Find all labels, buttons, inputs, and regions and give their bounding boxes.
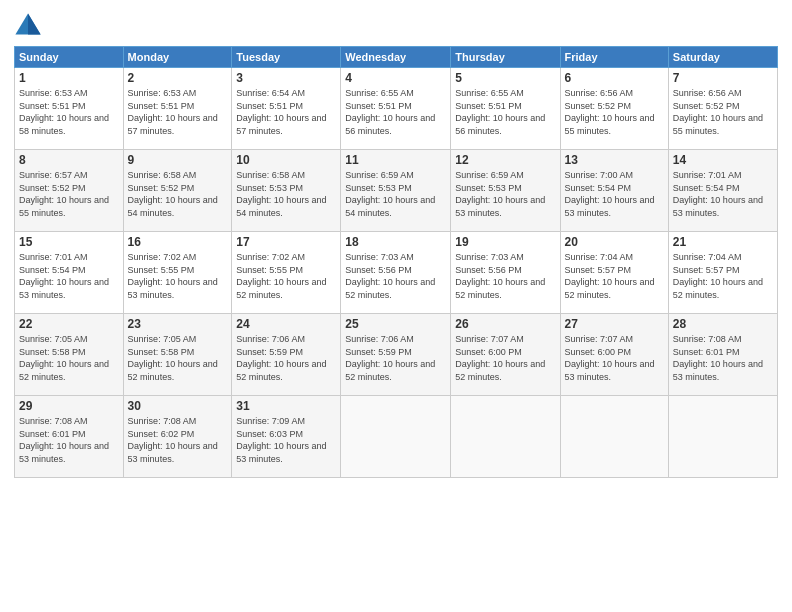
day-cell: 2 Sunrise: 6:53 AM Sunset: 5:51 PM Dayli…	[123, 68, 232, 150]
day-info: Sunrise: 7:09 AM Sunset: 6:03 PM Dayligh…	[236, 415, 336, 465]
day-number: 22	[19, 317, 119, 331]
daylight-label: Daylight: 10 hours and 54 minutes.	[345, 195, 435, 218]
day-number: 30	[128, 399, 228, 413]
day-info: Sunrise: 6:56 AM Sunset: 5:52 PM Dayligh…	[673, 87, 773, 137]
daylight-label: Daylight: 10 hours and 52 minutes.	[345, 277, 435, 300]
daylight-label: Daylight: 10 hours and 53 minutes.	[19, 277, 109, 300]
day-number: 9	[128, 153, 228, 167]
day-number: 10	[236, 153, 336, 167]
day-cell: 5 Sunrise: 6:55 AM Sunset: 5:51 PM Dayli…	[451, 68, 560, 150]
daylight-label: Daylight: 10 hours and 53 minutes.	[673, 359, 763, 382]
day-cell: 17 Sunrise: 7:02 AM Sunset: 5:55 PM Dayl…	[232, 232, 341, 314]
sunset-label: Sunset: 5:59 PM	[236, 347, 303, 357]
day-number: 26	[455, 317, 555, 331]
day-cell	[560, 396, 668, 478]
sunrise-label: Sunrise: 7:01 AM	[19, 252, 88, 262]
day-number: 13	[565, 153, 664, 167]
day-number: 21	[673, 235, 773, 249]
daylight-label: Daylight: 10 hours and 53 minutes.	[565, 195, 655, 218]
sunrise-label: Sunrise: 7:05 AM	[128, 334, 197, 344]
day-info: Sunrise: 6:53 AM Sunset: 5:51 PM Dayligh…	[19, 87, 119, 137]
day-info: Sunrise: 7:01 AM Sunset: 5:54 PM Dayligh…	[673, 169, 773, 219]
day-number: 28	[673, 317, 773, 331]
day-cell: 27 Sunrise: 7:07 AM Sunset: 6:00 PM Dayl…	[560, 314, 668, 396]
sunrise-label: Sunrise: 7:04 AM	[565, 252, 634, 262]
day-info: Sunrise: 6:54 AM Sunset: 5:51 PM Dayligh…	[236, 87, 336, 137]
day-info: Sunrise: 7:02 AM Sunset: 5:55 PM Dayligh…	[236, 251, 336, 301]
day-info: Sunrise: 7:05 AM Sunset: 5:58 PM Dayligh…	[128, 333, 228, 383]
sunset-label: Sunset: 5:56 PM	[345, 265, 412, 275]
day-cell: 21 Sunrise: 7:04 AM Sunset: 5:57 PM Dayl…	[668, 232, 777, 314]
day-number: 5	[455, 71, 555, 85]
day-cell: 30 Sunrise: 7:08 AM Sunset: 6:02 PM Dayl…	[123, 396, 232, 478]
sunset-label: Sunset: 6:00 PM	[565, 347, 632, 357]
day-cell: 1 Sunrise: 6:53 AM Sunset: 5:51 PM Dayli…	[15, 68, 124, 150]
sunrise-label: Sunrise: 7:04 AM	[673, 252, 742, 262]
sunrise-label: Sunrise: 7:09 AM	[236, 416, 305, 426]
day-number: 1	[19, 71, 119, 85]
day-info: Sunrise: 6:57 AM Sunset: 5:52 PM Dayligh…	[19, 169, 119, 219]
sunrise-label: Sunrise: 6:57 AM	[19, 170, 88, 180]
sunrise-label: Sunrise: 7:07 AM	[455, 334, 524, 344]
sunset-label: Sunset: 5:55 PM	[236, 265, 303, 275]
sunrise-label: Sunrise: 6:59 AM	[345, 170, 414, 180]
daylight-label: Daylight: 10 hours and 55 minutes.	[19, 195, 109, 218]
day-info: Sunrise: 7:00 AM Sunset: 5:54 PM Dayligh…	[565, 169, 664, 219]
sunset-label: Sunset: 5:51 PM	[128, 101, 195, 111]
day-cell: 13 Sunrise: 7:00 AM Sunset: 5:54 PM Dayl…	[560, 150, 668, 232]
day-cell	[668, 396, 777, 478]
day-cell: 6 Sunrise: 6:56 AM Sunset: 5:52 PM Dayli…	[560, 68, 668, 150]
sunset-label: Sunset: 5:51 PM	[345, 101, 412, 111]
day-info: Sunrise: 6:55 AM Sunset: 5:51 PM Dayligh…	[345, 87, 446, 137]
day-cell: 23 Sunrise: 7:05 AM Sunset: 5:58 PM Dayl…	[123, 314, 232, 396]
sunset-label: Sunset: 6:00 PM	[455, 347, 522, 357]
sunset-label: Sunset: 5:51 PM	[455, 101, 522, 111]
day-info: Sunrise: 7:02 AM Sunset: 5:55 PM Dayligh…	[128, 251, 228, 301]
day-header-monday: Monday	[123, 47, 232, 68]
day-cell: 8 Sunrise: 6:57 AM Sunset: 5:52 PM Dayli…	[15, 150, 124, 232]
day-number: 27	[565, 317, 664, 331]
day-cell: 20 Sunrise: 7:04 AM Sunset: 5:57 PM Dayl…	[560, 232, 668, 314]
sunset-label: Sunset: 5:52 PM	[673, 101, 740, 111]
sunset-label: Sunset: 5:52 PM	[565, 101, 632, 111]
sunset-label: Sunset: 5:54 PM	[565, 183, 632, 193]
day-cell	[451, 396, 560, 478]
daylight-label: Daylight: 10 hours and 54 minutes.	[236, 195, 326, 218]
day-info: Sunrise: 7:06 AM Sunset: 5:59 PM Dayligh…	[345, 333, 446, 383]
day-number: 18	[345, 235, 446, 249]
sunrise-label: Sunrise: 7:05 AM	[19, 334, 88, 344]
day-header-saturday: Saturday	[668, 47, 777, 68]
day-cell	[341, 396, 451, 478]
day-info: Sunrise: 7:03 AM Sunset: 5:56 PM Dayligh…	[455, 251, 555, 301]
day-number: 11	[345, 153, 446, 167]
day-cell: 9 Sunrise: 6:58 AM Sunset: 5:52 PM Dayli…	[123, 150, 232, 232]
sunset-label: Sunset: 5:57 PM	[565, 265, 632, 275]
logo	[14, 10, 46, 38]
day-cell: 16 Sunrise: 7:02 AM Sunset: 5:55 PM Dayl…	[123, 232, 232, 314]
day-cell: 15 Sunrise: 7:01 AM Sunset: 5:54 PM Dayl…	[15, 232, 124, 314]
sunrise-label: Sunrise: 6:53 AM	[19, 88, 88, 98]
daylight-label: Daylight: 10 hours and 54 minutes.	[128, 195, 218, 218]
daylight-label: Daylight: 10 hours and 53 minutes.	[128, 277, 218, 300]
day-cell: 26 Sunrise: 7:07 AM Sunset: 6:00 PM Dayl…	[451, 314, 560, 396]
sunrise-label: Sunrise: 7:03 AM	[455, 252, 524, 262]
sunset-label: Sunset: 6:02 PM	[128, 429, 195, 439]
sunrise-label: Sunrise: 7:06 AM	[345, 334, 414, 344]
sunrise-label: Sunrise: 6:54 AM	[236, 88, 305, 98]
sunrise-label: Sunrise: 7:01 AM	[673, 170, 742, 180]
day-info: Sunrise: 7:04 AM Sunset: 5:57 PM Dayligh…	[565, 251, 664, 301]
day-info: Sunrise: 6:59 AM Sunset: 5:53 PM Dayligh…	[345, 169, 446, 219]
sunrise-label: Sunrise: 7:08 AM	[128, 416, 197, 426]
sunrise-label: Sunrise: 6:55 AM	[345, 88, 414, 98]
day-number: 16	[128, 235, 228, 249]
calendar-table: SundayMondayTuesdayWednesdayThursdayFrid…	[14, 46, 778, 478]
daylight-label: Daylight: 10 hours and 52 minutes.	[19, 359, 109, 382]
daylight-label: Daylight: 10 hours and 53 minutes.	[673, 195, 763, 218]
day-number: 15	[19, 235, 119, 249]
day-cell: 19 Sunrise: 7:03 AM Sunset: 5:56 PM Dayl…	[451, 232, 560, 314]
sunrise-label: Sunrise: 7:07 AM	[565, 334, 634, 344]
day-header-friday: Friday	[560, 47, 668, 68]
sunset-label: Sunset: 5:51 PM	[236, 101, 303, 111]
page-container: SundayMondayTuesdayWednesdayThursdayFrid…	[0, 0, 792, 612]
sunset-label: Sunset: 6:01 PM	[673, 347, 740, 357]
